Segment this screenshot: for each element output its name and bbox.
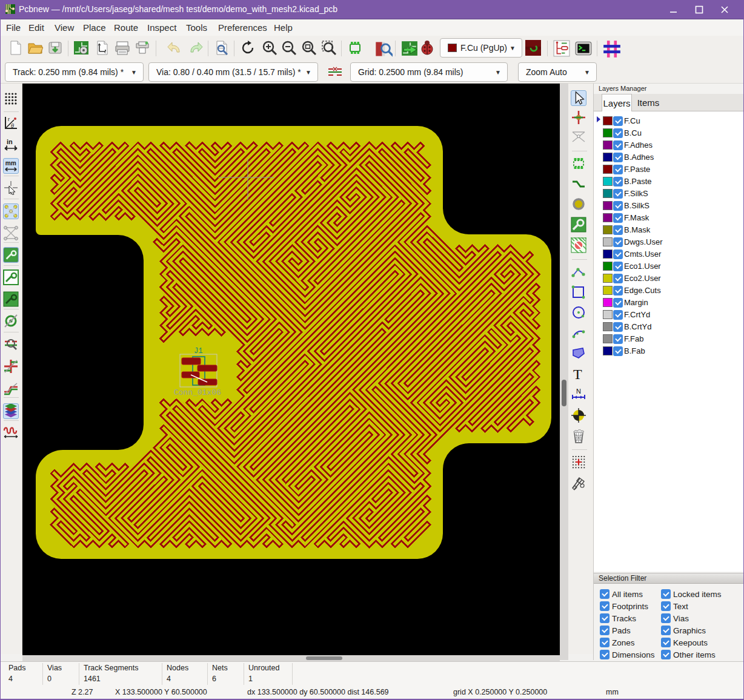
svg-text:r: r (8, 116, 10, 122)
svg-text:θ: θ (11, 123, 14, 129)
svg-text:Conn_01x06: Conn_01x06 (174, 388, 221, 397)
svg-text:T: T (573, 366, 582, 382)
svg-text:J1: J1 (194, 347, 202, 355)
svg-text:N: N (576, 388, 581, 395)
svg-text:in: in (7, 138, 13, 145)
svg-text:mm: mm (5, 160, 16, 167)
